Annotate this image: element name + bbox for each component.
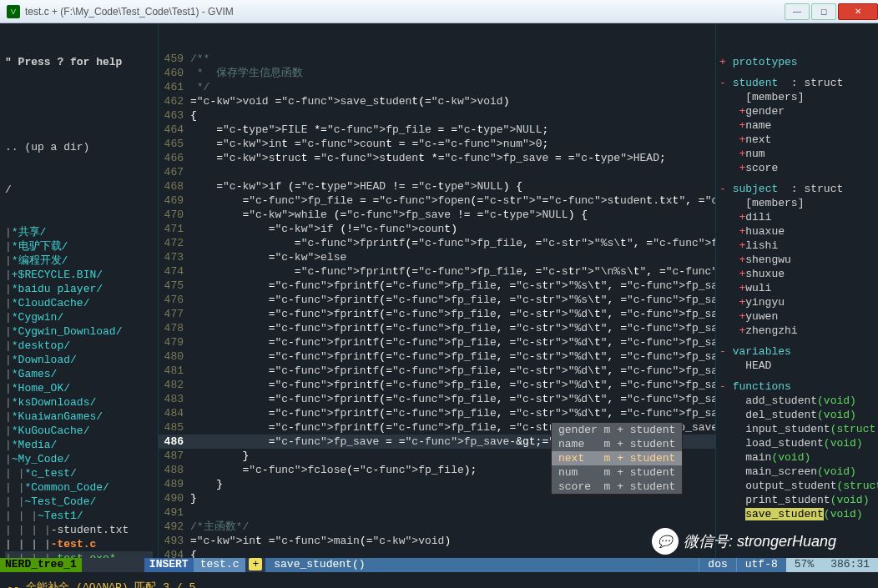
code-line[interactable]: 493="c-kw">int ="c-func">main(="c-kw">vo… [159, 534, 715, 548]
nerdtree-updir[interactable]: .. (up a dir) [5, 140, 153, 154]
tagbar-item[interactable]: main_screen(void) [719, 465, 875, 479]
code-line[interactable]: 492/*主函数*/ [159, 520, 715, 534]
tagbar-item[interactable]: print_student(void) [719, 493, 875, 507]
completion-item[interactable]: name m + student [552, 437, 682, 451]
completion-popup[interactable]: gender m + studentname m + studentnext m… [551, 422, 683, 495]
tagbar-item[interactable]: +wuli [719, 281, 875, 295]
code-line[interactable]: 478 ="c-func">fprintf(="c-func">fp_file,… [159, 321, 715, 335]
tagbar-item[interactable]: +shuxue [719, 267, 875, 281]
tree-item[interactable]: | | | |-test.c [5, 537, 153, 551]
tree-item[interactable]: |*baidu player/ [5, 282, 153, 296]
tagbar-item[interactable]: +score [719, 161, 875, 175]
tagbar-section[interactable]: - subject : struct [719, 182, 875, 196]
tree-item[interactable]: | |*Common_Code/ [5, 480, 153, 495]
minimize-button[interactable]: — [785, 3, 810, 20]
tagbar-item[interactable]: +zhengzhi [719, 324, 875, 338]
tree-item[interactable]: |*KuGouCache/ [5, 424, 153, 438]
close-button[interactable]: ✕ [838, 3, 878, 20]
tagbar-pane[interactable]: + prototypes- student : struct [members]… [715, 23, 878, 558]
tree-item[interactable]: |*Cygwin_Download/ [5, 324, 153, 339]
tagbar-item[interactable]: +num [719, 147, 875, 161]
code-line[interactable]: 477 ="c-func">fprintf(="c-func">fp_file,… [159, 307, 715, 321]
code-line[interactable]: 465 ="c-kw">int ="c-func">count = ="c-="… [159, 137, 715, 151]
tree-item[interactable]: |*共享/ [5, 225, 153, 239]
code-line[interactable]: 463{ [159, 108, 715, 123]
tagbar-item[interactable]: main(void) [719, 450, 875, 465]
code-line[interactable]: 474 ="c-func">fprintf(="c-func">fp_file,… [159, 264, 715, 279]
tagbar-item[interactable]: +next [719, 133, 875, 147]
code-line[interactable]: 469 ="c-func">fp_file = ="c-func">fopen(… [159, 193, 715, 208]
code-line[interactable]: 462="c-kw">void ="c-func">save_student(=… [159, 94, 715, 108]
code-line[interactable]: 479 ="c-func">fprintf(="c-func">fp_file,… [159, 335, 715, 349]
code-line[interactable]: 467 [159, 165, 715, 179]
tagbar-item[interactable]: +yuwen [719, 309, 875, 324]
tree-item[interactable]: |*Home_OK/ [5, 381, 153, 395]
code-line[interactable]: 471 ="c-kw">if (!="c-func">count) [159, 222, 715, 236]
tree-item[interactable]: | |*c_test/ [5, 466, 153, 480]
code-line[interactable]: 461 */ [159, 80, 715, 94]
tree-item[interactable]: |*电驴下载/ [5, 239, 153, 254]
code-line[interactable]: 475 ="c-func">fprintf(="c-func">fp_file,… [159, 279, 715, 293]
tree-item[interactable]: |*Download/ [5, 353, 153, 367]
tree-item[interactable]: |*CloudCache/ [5, 296, 153, 310]
tagbar-item[interactable]: output_student(struct [719, 479, 875, 493]
tagbar-item[interactable]: +lishi [719, 239, 875, 253]
command-line[interactable]: -- 全能补全 (^O^N^P) 匹配 3 / 5 [0, 572, 878, 588]
tagbar-item[interactable]: load_student(void) [719, 436, 875, 450]
tree-item[interactable]: |*Cygwin/ [5, 310, 153, 324]
tagbar-item[interactable]: +shengwu [719, 253, 875, 267]
code-line[interactable]: 483 ="c-func">fprintf(="c-func">fp_file,… [159, 392, 715, 406]
tagbar-item[interactable]: del_student(void) [719, 408, 875, 422]
code-line[interactable]: 460 * 保存学生信息函数 [159, 66, 715, 80]
code-line[interactable]: 481 ="c-func">fprintf(="c-func">fp_file,… [159, 364, 715, 378]
tagbar-section[interactable]: + prototypes [719, 55, 875, 69]
tree-item[interactable]: | | | |-student.txt [5, 523, 153, 537]
code-line[interactable]: 494{ [159, 548, 715, 558]
tree-item[interactable]: | |~Test_Code/ [5, 495, 153, 509]
completion-item[interactable]: score m + student [552, 480, 682, 494]
tagbar-item[interactable]: [members] [719, 196, 875, 210]
tree-item[interactable]: | | | |-test.exe* [5, 551, 153, 558]
completion-item[interactable]: gender m + student [552, 423, 682, 437]
code-line[interactable]: 482 ="c-func">fprintf(="c-func">fp_file,… [159, 378, 715, 392]
nerdtree-pane[interactable]: " Press ? for help .. (up a dir) / |*共享/… [0, 23, 159, 558]
tagbar-item[interactable]: HEAD [719, 359, 875, 373]
tagbar-item[interactable]: +yingyu [719, 295, 875, 309]
completion-item[interactable]: next m + student [552, 451, 682, 465]
completion-item[interactable]: num m + student [552, 465, 682, 480]
code-line[interactable]: 466 ="c-kw">struct ="c-func">student *="… [159, 151, 715, 165]
tree-item[interactable]: |*desktop/ [5, 339, 153, 353]
tree-item[interactable]: |*KuaiwanGames/ [5, 410, 153, 424]
code-line[interactable]: 491 [159, 505, 715, 520]
tagbar-section[interactable]: - student : struct [719, 76, 875, 90]
code-pane[interactable]: 459/**460 * 保存学生信息函数461 */462="c-kw">voi… [159, 23, 715, 558]
code-line[interactable]: 464 ="c-type">FILE *="c-func">fp_file = … [159, 123, 715, 137]
tree-item[interactable]: |*Media/ [5, 438, 153, 452]
tree-item[interactable]: |*编程开发/ [5, 254, 153, 268]
code-line[interactable]: 484 ="c-func">fprintf(="c-func">fp_file,… [159, 406, 715, 420]
tree-item[interactable]: | | |~Test1/ [5, 509, 153, 523]
code-line[interactable]: 473 ="c-kw">else [159, 250, 715, 264]
code-line[interactable]: 476 ="c-func">fprintf(="c-func">fp_file,… [159, 293, 715, 307]
tree-item[interactable]: |~My_Code/ [5, 452, 153, 466]
tagbar-item[interactable]: input_student(struct [719, 422, 875, 436]
code-line[interactable]: 472 ="c-func">fprintf(="c-func">fp_file,… [159, 236, 715, 250]
code-line[interactable]: 468 ="c-kw">if (="c-type">HEAD != ="c-ty… [159, 179, 715, 193]
code-line[interactable]: 459/** [159, 52, 715, 66]
tagbar-item[interactable]: +huaxue [719, 224, 875, 239]
tagbar-item[interactable]: +gender [719, 104, 875, 118]
code-line[interactable]: 480 ="c-func">fprintf(="c-func">fp_file,… [159, 349, 715, 364]
tagbar-item[interactable]: save_student(void) [719, 507, 875, 521]
tree-item[interactable]: |+$RECYCLE.BIN/ [5, 268, 153, 282]
tagbar-item[interactable]: [members] [719, 90, 875, 104]
tagbar-item[interactable]: +dili [719, 210, 875, 224]
tagbar-section[interactable]: - functions [719, 379, 875, 394]
tagbar-item[interactable]: add_student(void) [719, 394, 875, 408]
maximize-button[interactable]: ◻ [811, 3, 836, 20]
tree-item[interactable]: |*Games/ [5, 367, 153, 381]
tagbar-section[interactable]: - variables [719, 344, 875, 359]
code-line[interactable]: 470 ="c-kw">while (="c-func">fp_save != … [159, 208, 715, 222]
tree-item[interactable]: |*ksDownloads/ [5, 395, 153, 410]
nerdtree-root[interactable]: / [5, 183, 153, 197]
tagbar-item[interactable]: +name [719, 118, 875, 133]
